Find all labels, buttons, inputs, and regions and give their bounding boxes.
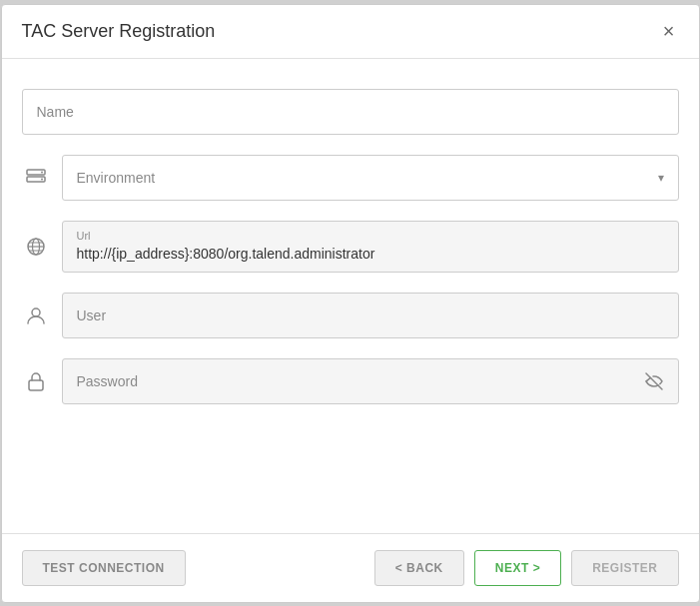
password-input[interactable] [63,359,630,403]
password-field-row [22,358,679,404]
name-field-wrapper [22,89,679,135]
footer-right: < BACK NEXT > REGISTER [374,550,679,586]
url-field-wrapper: Url http://{ip_address}:8080/org.talend.… [62,221,679,273]
dialog-container: TAC Server Registration × Environm [1,4,700,603]
password-field-wrapper [62,358,679,404]
back-button[interactable]: < BACK [374,550,464,586]
svg-point-2 [41,171,43,173]
footer-left: TEST CONNECTION [22,550,186,586]
test-connection-button[interactable]: TEST CONNECTION [22,550,186,586]
environment-field-row: Environment ▾ [22,155,679,201]
svg-point-3 [41,178,43,180]
dialog-header: TAC Server Registration × [2,5,699,59]
lock-icon [22,370,50,392]
name-field-row [22,89,679,135]
register-button[interactable]: REGISTER [571,550,678,586]
dialog-body: Environment ▾ Url http://{ip_address}:80… [2,59,699,533]
environment-select[interactable]: Environment [63,156,678,200]
dialog-footer: TEST CONNECTION < BACK NEXT > REGISTER [2,533,699,602]
user-input[interactable] [63,294,678,337]
url-value: http://{ip_address}:8080/org.talend.admi… [63,244,678,272]
dialog-title: TAC Server Registration [22,21,216,42]
globe-icon [22,236,50,258]
url-label: Url [63,222,678,244]
user-icon [22,304,50,326]
url-field-row: Url http://{ip_address}:8080/org.talend.… [22,221,679,273]
svg-point-9 [32,308,40,316]
next-button[interactable]: NEXT > [474,550,561,586]
server-icon [22,167,50,189]
environment-select-wrapper: Environment ▾ [62,155,679,201]
svg-rect-10 [29,380,43,390]
eye-hidden-icon[interactable] [630,371,678,391]
user-field-wrapper [62,293,679,338]
close-button[interactable]: × [659,21,679,41]
user-field-row [22,293,679,338]
name-input[interactable] [23,90,678,134]
